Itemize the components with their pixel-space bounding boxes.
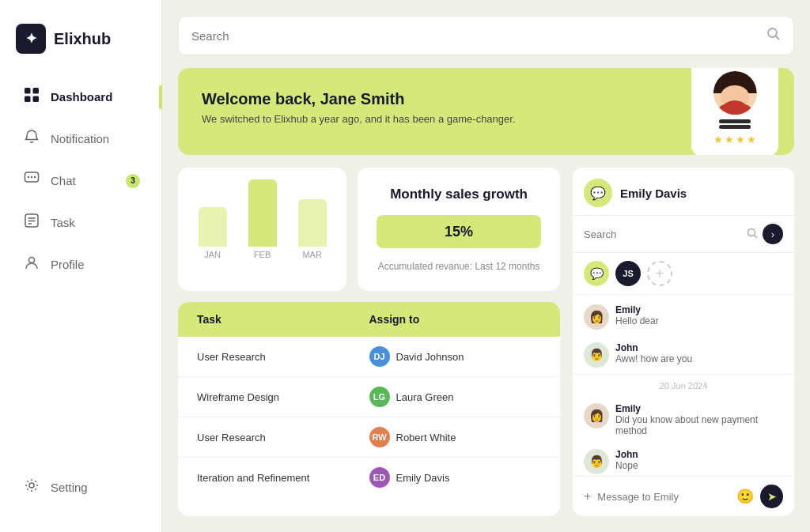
grid-icon — [22, 87, 41, 107]
bar-chart: JAN FEB MAR — [194, 183, 331, 262]
message-avatar: 👩 — [584, 304, 609, 330]
svg-rect-0 — [25, 88, 31, 94]
chat-search-input[interactable] — [584, 228, 742, 240]
svg-point-6 — [31, 176, 32, 178]
message-text: Aww! how are you — [615, 353, 692, 364]
svg-rect-3 — [33, 96, 40, 103]
setting-icon — [22, 477, 41, 497]
js-avatar[interactable]: JS — [615, 261, 641, 286]
search-bar — [178, 16, 794, 55]
chat-search-icon — [747, 228, 758, 241]
sidebar-item-label-chat: Chat — [51, 174, 76, 187]
sidebar-item-notification[interactable]: Notification — [9, 119, 153, 158]
chart-card: JAN FEB MAR — [178, 168, 346, 291]
chat-input-row: + 🙂 ➤ — [573, 476, 794, 516]
bar-jan-fill — [199, 207, 227, 247]
task-name: Wireframe Design — [197, 391, 369, 403]
star-4: ★ — [747, 134, 756, 145]
chat-header: 💬 Emily Davis — [573, 168, 794, 216]
avatar-body — [717, 104, 752, 115]
avatar-card: ★ ★ ★ ★ — [691, 68, 778, 155]
chat-date-divider: 20 Jun 2024 — [573, 374, 794, 397]
svg-line-17 — [755, 235, 758, 238]
col-assign-header: Assign to — [369, 313, 542, 326]
svg-point-12 — [29, 258, 35, 263]
sidebar-item-profile[interactable]: Profile — [9, 245, 153, 284]
welcome-subtitle: We switched to Elixhub a year ago, and i… — [202, 113, 770, 125]
bar-feb: FEB — [244, 179, 281, 259]
table-row: Wireframe Design LG Laura Green — [178, 377, 560, 417]
progress-bar: 15% — [377, 215, 541, 248]
chat-contact-name: Emily Davis — [620, 187, 687, 200]
sidebar: ✦ Elixhub Dashboard — [0, 0, 162, 532]
stack-bar-1 — [719, 119, 751, 123]
svg-point-13 — [29, 483, 34, 488]
message-text: Nope — [615, 460, 638, 471]
sidebar-divider — [161, 0, 162, 532]
table-row: Iteration and Refinement ED Emily Davis — [178, 458, 560, 497]
stack-bar-2 — [719, 125, 751, 129]
add-attachment-button[interactable]: + — [584, 489, 591, 504]
sidebar-item-label-setting: Setting — [51, 481, 88, 494]
sidebar-item-task[interactable]: Task — [9, 203, 153, 242]
active-indicator — [159, 85, 162, 109]
assignee-name: Laura Green — [396, 391, 454, 403]
send-button[interactable]: ➤ — [760, 485, 783, 508]
bell-icon — [22, 129, 41, 149]
main-content: Welcome back, Jane Smith We switched to … — [162, 0, 810, 532]
chat-badge: 3 — [126, 174, 140, 188]
add-contact-button[interactable]: + — [647, 261, 672, 286]
message-sender: Emily — [615, 304, 659, 315]
left-column: JAN FEB MAR Monthly sales gro — [178, 168, 560, 516]
message-text: Did you know about new payment method — [615, 414, 783, 436]
progress-value: 15% — [445, 224, 473, 240]
avatar: RW — [369, 427, 390, 447]
welcome-title: Welcome back, Jane Smith — [202, 90, 770, 108]
assignee-name: David Johnson — [396, 351, 464, 363]
star-3: ★ — [736, 134, 745, 145]
sidebar-item-setting[interactable]: Setting — [9, 468, 153, 507]
message-avatar: 👨 — [584, 449, 609, 474]
table-row: User Research RW Robert White — [178, 417, 560, 458]
sidebar-logo: ✦ Elixhub — [0, 16, 162, 77]
sidebar-item-dashboard[interactable]: Dashboard — [9, 77, 153, 116]
content-row: JAN FEB MAR Monthly sales gro — [178, 168, 794, 516]
table-row: User Research DJ David Johnson — [178, 337, 560, 377]
star-2: ★ — [725, 134, 734, 145]
col-task-header: Task — [197, 313, 369, 326]
star-rating: ★ ★ ★ ★ — [713, 134, 756, 145]
assignee-name: Robert White — [396, 432, 456, 443]
task-name: User Research — [197, 351, 369, 363]
message-info: John Aww! how are you — [615, 342, 692, 364]
profile-icon — [22, 255, 41, 274]
message-sender: John — [615, 449, 638, 460]
emoji-button[interactable]: 🙂 — [736, 488, 754, 505]
avatar: ED — [369, 467, 390, 488]
sidebar-item-chat[interactable]: Chat 3 — [9, 161, 153, 200]
bar-jan-label: JAN — [204, 250, 221, 259]
assignee-cell: DJ David Johnson — [369, 346, 542, 367]
sidebar-item-label-dashboard: Dashboard — [51, 90, 112, 104]
sidebar-item-label-notification: Notification — [51, 132, 109, 145]
chat-message-item: 👨 John Aww! how are you — [573, 336, 794, 374]
chat-contacts-row: 💬 JS + — [573, 253, 794, 295]
message-info: Emily Did you know about new payment met… — [615, 403, 783, 436]
svg-point-14 — [768, 28, 777, 37]
chat-message-item: 👩 Emily Did you know about new payment m… — [573, 397, 794, 443]
task-name: Iteration and Refinement — [197, 472, 369, 484]
svg-point-7 — [34, 176, 36, 178]
message-avatar: 👩 — [584, 403, 609, 428]
bar-mar: MAR — [293, 199, 331, 259]
chat-message-input[interactable] — [597, 491, 730, 503]
chat-next-button[interactable]: › — [763, 224, 783, 244]
bar-feb-fill — [248, 179, 277, 247]
logo-icon: ✦ — [16, 24, 46, 54]
task-name: User Research — [197, 432, 369, 443]
search-input[interactable] — [191, 29, 759, 43]
sales-title: Monthly sales growth — [377, 187, 541, 202]
message-sender: Emily — [615, 403, 783, 414]
emily-chat-bubble[interactable]: 💬 — [584, 261, 609, 286]
sales-card: Monthly sales growth 15% Accumulated rev… — [358, 168, 560, 291]
task-table: Task Assign to User Research DJ David Jo… — [178, 302, 560, 516]
search-icon[interactable] — [766, 27, 781, 45]
